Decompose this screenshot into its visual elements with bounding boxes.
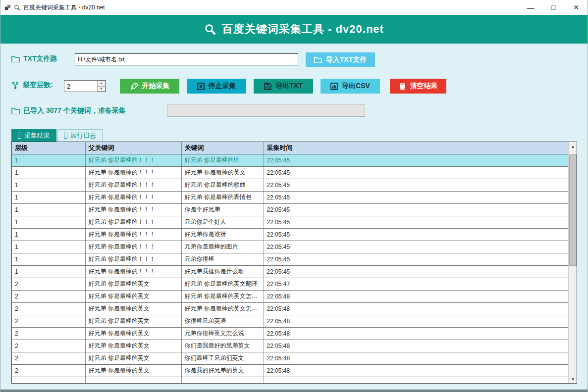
- col-header-parent-keyword[interactable]: 父关键词: [85, 142, 181, 154]
- table-row[interactable]: 1好兄弟 你是最棒的！！！好兄弟 你是最棒的!!!22:05:45: [12, 154, 568, 166]
- vertical-scrollbar[interactable]: ▲ ▼: [568, 142, 577, 383]
- table-row[interactable]: 2好兄弟 你是最棒的英文好兄弟 你是最棒的英文怎么...22:05:48: [12, 302, 568, 315]
- folder-icon: [11, 55, 20, 62]
- cell-level: 1: [12, 166, 85, 179]
- import-txt-button[interactable]: 导入TXT文件: [306, 52, 375, 67]
- cell-level: 2: [12, 302, 85, 315]
- table-row[interactable]: 1好兄弟 你是最棒的！！！兄弟你很棒22:05:45: [12, 253, 568, 265]
- page-title: 百度关键词采集工具 - dv20.net: [222, 22, 384, 37]
- cell-level: 2: [12, 327, 85, 340]
- cell-keyword: 你们是我最好的兄弟英文: [181, 340, 264, 352]
- start-collect-button[interactable]: 开始采集: [120, 79, 179, 94]
- status-label-group: 已导入 3077 个关键词，准备采集: [11, 106, 126, 115]
- table-row[interactable]: 2好兄弟 你是最棒的英文好兄弟 你是最棒的英文怎么...22:05:48: [12, 290, 568, 302]
- cell-time: 22:05:45: [264, 191, 568, 203]
- start-collect-label: 开始采集: [142, 82, 170, 91]
- tab-results-label: 采集结果: [24, 131, 50, 140]
- cell-parent: 好兄弟 你是最棒的英文: [85, 340, 181, 352]
- progress-bar: [167, 104, 365, 117]
- table-row[interactable]: 2好兄弟 你是最棒的英文你们最棒了兄弟们英文22:05:48: [12, 352, 568, 364]
- table-row[interactable]: 2好兄弟 你是最棒的英文好兄弟 你是最棒的英文翻译22:05:47: [12, 278, 568, 290]
- cell-parent: 好兄弟 你是最棒的英文: [85, 352, 181, 364]
- cell-level: 1: [12, 253, 85, 265]
- table-row[interactable]: 2好兄弟 你是最棒的英文兄弟你很棒英文怎么说22:05:48: [12, 327, 568, 340]
- table-row[interactable]: 1好兄弟 你是最棒的！！！你是个好兄弟22:05:45: [12, 203, 568, 216]
- tab-bar: 采集结果 运行日志: [11, 129, 103, 142]
- stop-collect-label: 停止采集: [209, 82, 236, 91]
- table-row-empty: [12, 377, 568, 383]
- cell-time: 22:05:45: [264, 216, 568, 228]
- fission-label-group: 裂变层数:: [11, 81, 53, 90]
- cell-level: 2: [12, 340, 85, 352]
- app-window: 百度关键词采集工具 - dv20.net — □ ✕ 百度关键词采集工具 - d…: [0, 0, 588, 392]
- cell-parent: 好兄弟 你是最棒的！！！: [85, 154, 181, 166]
- table-row[interactable]: 1好兄弟 你是最棒的！！！好兄弟你是谁呀22:05:45: [12, 228, 568, 241]
- table-row[interactable]: 2好兄弟 你是最棒的英文你们是我最好的兄弟英文22:05:48: [12, 340, 568, 352]
- window-bottom-edge: [0, 390, 588, 392]
- cell-parent: 好兄弟 你是最棒的英文: [85, 364, 181, 377]
- table-row[interactable]: 1好兄弟 你是最棒的！！！好兄弟 你是最棒的表情包22:05:45: [12, 191, 568, 203]
- cell-parent: 好兄弟 你是最棒的英文: [85, 302, 181, 315]
- window-controls: — □ ✕: [519, 0, 588, 15]
- cell-level: 1: [12, 265, 85, 278]
- cell-time: 22:05:45: [264, 265, 568, 278]
- col-header-collect-time[interactable]: 采集时间: [264, 142, 568, 154]
- file-path-input[interactable]: [75, 53, 298, 65]
- stepper-up-button[interactable]: ▲: [98, 81, 106, 86]
- results-table-container: 层级 父关键词 关键词 采集时间 1好兄弟 你是最棒的！！！好兄弟 你是最棒的!…: [11, 142, 577, 384]
- export-txt-button[interactable]: 导出TXT: [254, 79, 313, 94]
- stop-collect-button[interactable]: 停止采集: [187, 79, 246, 94]
- trash-icon: [399, 83, 406, 90]
- scroll-up-icon[interactable]: ▲: [569, 142, 577, 150]
- bar-chart-icon: [330, 83, 338, 90]
- table-row[interactable]: 1好兄弟 你是最棒的！！！兄弟你是个好人22:05:45: [12, 216, 568, 228]
- results-table: 层级 父关键词 关键词 采集时间 1好兄弟 你是最棒的！！！好兄弟 你是最棒的!…: [12, 142, 568, 383]
- table-row[interactable]: 1好兄弟 你是最棒的！！！好兄弟 你是最棒的歌曲22:05:45: [12, 179, 568, 191]
- maximize-button[interactable]: □: [542, 0, 565, 15]
- fission-level-input[interactable]: [64, 81, 97, 92]
- table-row[interactable]: 1好兄弟 你是最棒的！！！好兄弟我挺你是什么歌22:05:45: [12, 265, 568, 278]
- cell-level: 2: [12, 315, 85, 327]
- col-header-keyword[interactable]: 关键词: [181, 142, 264, 154]
- cell-time: 22:05:45: [264, 228, 568, 241]
- cell-keyword: 你很棒兄弟英语: [181, 315, 264, 327]
- tab-results[interactable]: 采集结果: [11, 129, 56, 142]
- status-text: 已导入 3077 个关键词，准备采集: [23, 106, 126, 115]
- cell-level: 1: [12, 216, 85, 228]
- cell-level: 1: [12, 228, 85, 241]
- cell-parent: 好兄弟 你是最棒的！！！: [85, 191, 181, 203]
- cell-parent: 好兄弟 你是最棒的！！！: [85, 241, 181, 253]
- minimize-button[interactable]: —: [519, 0, 542, 15]
- cell-parent: 好兄弟 你是最棒的！！！: [85, 179, 181, 191]
- fission-level-stepper: ▲ ▼: [64, 80, 106, 92]
- tab-run-log[interactable]: 运行日志: [57, 129, 103, 142]
- cell-time: 22:05:45: [264, 253, 568, 265]
- cell-empty: [181, 377, 264, 383]
- stepper-down-button[interactable]: ▼: [98, 86, 106, 92]
- cell-parent: 好兄弟 你是最棒的英文: [85, 315, 181, 327]
- cell-keyword: 好兄弟你是谁呀: [181, 228, 264, 241]
- table-row[interactable]: 1好兄弟 你是最棒的！！！兄弟你是最棒的图片22:05:45: [12, 241, 568, 253]
- cell-keyword: 兄弟你是最棒的图片: [181, 241, 264, 253]
- table-row[interactable]: 2好兄弟 你是最棒的英文你很棒兄弟英语22:05:48: [12, 315, 568, 327]
- clear-results-button[interactable]: 清空结果: [390, 79, 446, 94]
- cell-parent: 好兄弟 你是最棒的！！！: [85, 216, 181, 228]
- cell-level: 2: [12, 352, 85, 364]
- file-path-label-group: TXT文件路: [11, 54, 57, 63]
- cell-keyword: 好兄弟 你是最棒的表情包: [181, 191, 264, 203]
- fission-branch-icon: [11, 81, 19, 89]
- table-row[interactable]: 1好兄弟 你是最棒的！！！好兄弟 你是最棒的英文22:05:45: [12, 166, 568, 179]
- scroll-down-icon[interactable]: ▼: [569, 375, 577, 383]
- folder-icon: [314, 56, 322, 63]
- col-header-level[interactable]: 层级: [12, 142, 85, 154]
- close-button[interactable]: ✕: [565, 0, 588, 15]
- scrollbar-thumb[interactable]: [569, 154, 577, 266]
- table-row[interactable]: 2好兄弟 你是最棒的英文你是我的好兄弟的英文22:05:48: [12, 364, 568, 377]
- clear-results-label: 清空结果: [410, 82, 438, 91]
- cell-time: 22:05:48: [264, 364, 568, 377]
- main-content: TXT文件路 导入TXT文件 裂变层数: ▲ ▼ 开始采集 停止采: [0, 44, 588, 390]
- cell-level: 1: [12, 191, 85, 203]
- export-csv-button[interactable]: 导出CSV: [321, 79, 380, 94]
- rocket-icon: [130, 82, 138, 91]
- cell-parent: 好兄弟 你是最棒的英文: [85, 278, 181, 290]
